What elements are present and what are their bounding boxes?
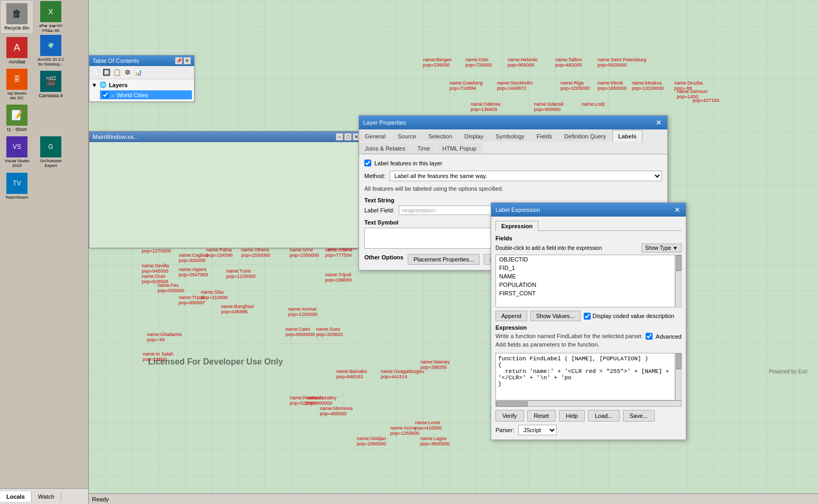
sidebar-icon-excel[interactable]: X החישוב שלנועבודה.xls [34, 0, 68, 34]
load-btn[interactable]: Load... [588, 410, 620, 422]
label-field-label: Label Field: [364, 207, 394, 213]
recyclebin-icon: 🗑 [6, 3, 27, 24]
sidebar-icon-acrobat[interactable]: A Acrobat [0, 34, 34, 68]
toc-toolbar-btn4[interactable]: ⚙ [123, 68, 132, 77]
powered-text: Powered by Esri [769, 369, 807, 375]
sidebar-icon-sql[interactable]: 🗄 sql develoder DC [0, 68, 34, 101]
expr-tab-expression[interactable]: Expression [495, 221, 538, 231]
label-features-row: Label features in this layer [364, 160, 662, 166]
sidebar-icon-gotoassist-label: GoToAssistExpert [40, 158, 61, 168]
sub-window-title: MainWindow.xa... [93, 134, 138, 140]
sidebar-icon-camtasia[interactable]: 🎬 Camtasia 9 [34, 68, 68, 101]
sidebar-icon-recyclebin[interactable]: 🗑 Recycle Bin [0, 0, 34, 34]
expr-content: Expression Fields Double-click to add a … [491, 217, 686, 440]
expr-title: Label Expression [495, 207, 540, 213]
field-name[interactable]: NAME [496, 272, 675, 281]
verify-btn[interactable]: Verify [495, 410, 524, 422]
locals-tab[interactable]: Locals [0, 491, 32, 502]
field-first-cont[interactable]: FIRST_CONT [496, 289, 675, 297]
method-select[interactable]: Label all the features the same way. [390, 171, 662, 181]
toc-toolbar-btn3[interactable]: 📋 [112, 68, 122, 77]
sidebar-icon-excel-label: החישוב שלנועבודה.xls [39, 23, 62, 33]
advanced-row: Advanced [646, 333, 682, 340]
toc-layer-checkbox[interactable] [102, 91, 109, 98]
tab-display[interactable]: Display [458, 130, 489, 142]
coded-value-row: Display coded value description [584, 313, 675, 320]
advanced-text: Advanced [656, 333, 682, 340]
expr-buttons-row: Append Show Values... Display coded valu… [495, 311, 682, 321]
parser-row: Parser: JScript VBScript Python [495, 425, 682, 435]
label-features-checkbox[interactable] [364, 160, 371, 166]
tab-general[interactable]: General [359, 130, 391, 142]
reset-btn[interactable]: Reset [527, 410, 556, 422]
help-btn[interactable]: Help [559, 410, 585, 422]
parser-select[interactable]: JScript VBScript Python [518, 425, 557, 435]
status-bar: Ready [89, 493, 818, 504]
sidebar-icon-vs[interactable]: VS Visual Studio2015 [0, 135, 34, 169]
layer-props-close-btn[interactable]: ✕ [655, 118, 663, 127]
sidebar-icon-arcgis-label: ArcGIS 10.3.1for Desktop... [38, 57, 64, 67]
field-fid1[interactable]: FID_1 [496, 264, 675, 272]
fields-vscroll-thumb [676, 255, 682, 271]
toc-world-cities-layer[interactable]: ⬦ World Cities [100, 90, 192, 99]
sidebar-icon-gotoassist[interactable]: G GoToAssistExpert [34, 135, 68, 169]
toc-toolbar-btn1[interactable]: 📄 [91, 68, 100, 77]
subwin-maximize-btn[interactable]: □ [344, 133, 352, 141]
tab-fields[interactable]: Fields [531, 130, 558, 142]
label-expr-dialog: Label Expression ✕ Expression Fields Dou… [491, 202, 686, 440]
sidebar-icon-recyclebin-label: Recycle Bin [4, 25, 30, 31]
fields-vscroll[interactable] [675, 255, 682, 307]
expr-desc-row: Write a function named FindLabel for the… [495, 333, 682, 350]
toc-toolbar-btn2[interactable]: 🔲 [102, 68, 111, 77]
tab-source[interactable]: Source [392, 130, 422, 142]
subwin-minimize-btn[interactable]: ─ [336, 133, 343, 141]
coded-value-checkbox[interactable] [584, 313, 591, 320]
sidebar-icon-camtasia-label: Camtasia 9 [39, 93, 63, 98]
expression-area-label: Expression [495, 324, 682, 331]
show-type-row: Double-click to add a field into the exp… [495, 244, 682, 253]
expr-close-btn[interactable]: ✕ [673, 206, 682, 214]
layer-props-title: Layer Properties [363, 119, 406, 126]
watch-tab[interactable]: Watch [32, 491, 61, 502]
coded-value-text: Display coded value description [593, 313, 675, 319]
expr-vscroll[interactable] [675, 353, 682, 400]
show-type-btn[interactable]: Show Type ▼ [641, 244, 682, 253]
fields-section-title: Fields [495, 235, 682, 241]
expr-hscroll-thumb [496, 402, 528, 407]
info-text: All features will be labeled using the o… [364, 185, 662, 192]
tab-symbology[interactable]: Symbology [490, 130, 530, 142]
toc-layers-label: ▼ 🌐 Layers [91, 81, 192, 88]
bottom-buttons: Verify Reset Help Load... Save... [495, 410, 682, 422]
sidebar-icon-teamviewer[interactable]: TV TeamViewer [0, 169, 34, 203]
sidebar-icon-teamviewer-label: TeamViewer [5, 195, 29, 200]
fields-list-container: OBJECTID FID_1 NAME POPULATION FIRST_CON… [495, 255, 682, 307]
tab-time[interactable]: Time [411, 143, 436, 154]
toc-toolbar-btn5[interactable]: 📊 [133, 68, 143, 77]
method-row: Method: Label all the features the same … [364, 171, 662, 181]
sidebar-icon-arcgis[interactable]: 🌍 ArcGIS 10.3.1for Desktop... [34, 34, 68, 68]
tab-selection[interactable]: Selection [422, 130, 458, 142]
append-btn[interactable]: Append [495, 311, 527, 321]
sidebar-icon-sql-label: sql develoder DC [7, 91, 26, 100]
tab-html-popup[interactable]: HTML Popup [436, 143, 482, 154]
layer-props-tabs: General Source Selection Display Symbolo… [359, 129, 667, 154]
tab-joins-relates[interactable]: Joins & Relates [359, 143, 411, 154]
expr-hscroll[interactable] [495, 400, 682, 407]
show-values-btn[interactable]: Show Values... [530, 311, 581, 321]
expression-textarea[interactable]: function FindLabel ( [NAME], [POPULATION… [495, 353, 675, 400]
tab-definition-query[interactable]: Definition Query [558, 130, 612, 142]
save-btn[interactable]: Save... [623, 410, 655, 422]
locals-watch-bar: Locals Watch [0, 488, 89, 504]
field-population[interactable]: POPULATION [496, 281, 675, 289]
placement-properties-btn[interactable]: Placement Properties... [408, 254, 480, 265]
field-objectid[interactable]: OBJECTID [496, 255, 675, 264]
sidebar-icon-t1[interactable]: 📝 t1 - Short [0, 101, 34, 135]
toc-close-btn[interactable]: ✕ [183, 57, 191, 64]
sidebar-icon-t1-label: t1 - Short [7, 127, 26, 132]
advanced-checkbox[interactable] [646, 333, 652, 340]
toc-layer-icon: ⬦ [111, 92, 115, 98]
toc-content: ▼ 🌐 Layers ⬦ World Cities [89, 79, 194, 101]
tab-labels[interactable]: Labels [612, 130, 642, 142]
globe-icon: 🌐 [99, 81, 107, 88]
toc-pin-btn[interactable]: 📌 [175, 57, 182, 64]
